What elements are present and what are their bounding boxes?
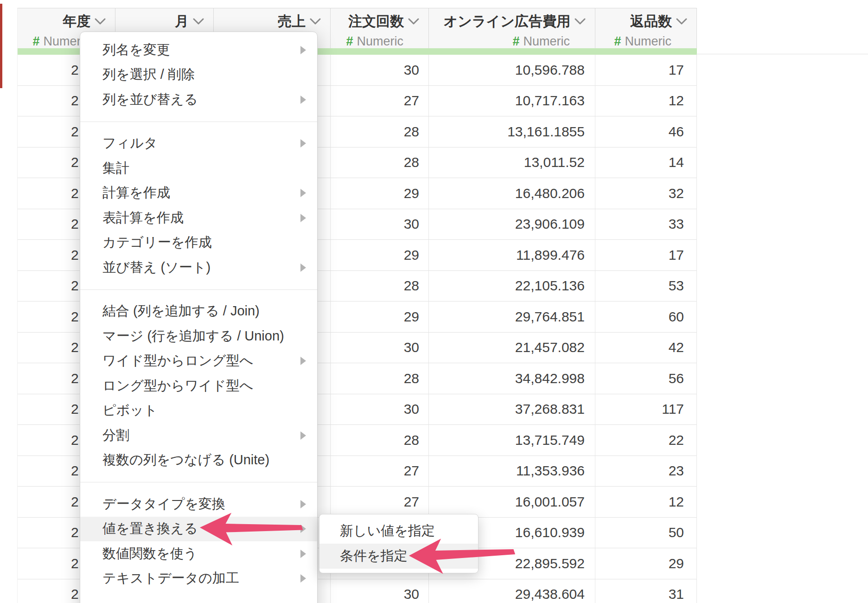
table-cell[interactable]: 30 <box>331 394 429 425</box>
table-cell[interactable]: 27 <box>331 456 429 487</box>
menu-item[interactable]: ロング型からワイド型へ <box>80 373 317 398</box>
table-cell[interactable]: 13,161.1855 <box>429 116 595 148</box>
table-cell[interactable]: 17 <box>595 240 697 271</box>
menu-item[interactable]: 列を並び替える <box>80 87 317 112</box>
table-cell[interactable]: 56 <box>595 363 697 394</box>
menu-item[interactable]: 分割 <box>80 423 317 448</box>
menu-item[interactable]: 表計算を作成 <box>80 205 317 231</box>
menu-item[interactable]: ピボット <box>80 398 317 423</box>
menu-item[interactable]: 列を選択 / 削除 <box>80 63 317 88</box>
table-cell[interactable]: 16,480.206 <box>429 178 595 209</box>
column-header[interactable]: 返品数 <box>595 8 697 34</box>
menu-item[interactable]: ワイド型からロング型へ <box>80 349 317 374</box>
column-header-label: オンライン広告費用 <box>443 12 570 31</box>
table-cell[interactable]: 28 <box>331 425 429 456</box>
chevron-down-icon[interactable] <box>310 18 321 25</box>
chevron-down-icon[interactable] <box>574 18 586 25</box>
column-header[interactable]: オンライン広告費用 <box>429 8 595 34</box>
column-header-label: 返品数 <box>630 12 672 31</box>
menu-item-label: 列名を変更 <box>102 41 300 59</box>
menu-item[interactable]: 並び替え (ソート) <box>80 255 317 280</box>
menu-item[interactable]: 計算を作成 <box>80 181 317 206</box>
table-cell[interactable]: 11,353.936 <box>429 456 595 487</box>
menu-item[interactable]: マージ (行を追加する / Union) <box>80 324 317 349</box>
table-cell[interactable]: 46 <box>595 116 697 148</box>
menu-item[interactable]: 列名を変更 <box>80 38 317 63</box>
table-cell[interactable]: 27 <box>331 487 429 518</box>
table-cell[interactable]: 22 <box>595 425 697 456</box>
column-type-label: Numeric <box>523 34 570 48</box>
menu-item-label: 並び替え (ソート) <box>102 258 300 277</box>
chevron-down-icon[interactable] <box>193 18 204 25</box>
table-cell[interactable]: 32 <box>595 178 697 209</box>
table-cell[interactable]: 16,001.057 <box>429 487 595 518</box>
table-cell[interactable]: 30 <box>331 55 429 86</box>
table-cell[interactable]: 10,596.788 <box>429 55 595 86</box>
menu-item[interactable]: 複数の列をつなげる (Unite) <box>80 448 317 473</box>
column-header-label: 売上 <box>278 12 306 31</box>
menu-item-label: 分割 <box>102 426 300 445</box>
table-cell[interactable]: 22,105.136 <box>429 271 595 302</box>
table-cell[interactable]: 29 <box>595 548 697 579</box>
submenu-arrow-icon <box>300 574 306 583</box>
table-cell[interactable]: 34,842.998 <box>429 363 595 394</box>
table-cell[interactable]: 28 <box>331 116 429 148</box>
submenu-arrow-icon <box>300 139 306 148</box>
table-cell[interactable]: 17 <box>595 55 697 86</box>
menu-item-label: フィルタ <box>102 134 300 153</box>
table-cell[interactable]: 14 <box>595 148 697 179</box>
table-cell[interactable]: 42 <box>595 333 697 364</box>
submenu-arrow-icon <box>300 263 306 272</box>
menu-item[interactable]: テキストデータの加工 <box>80 566 317 591</box>
table-cell[interactable]: 13,011.52 <box>429 148 595 179</box>
column-header-label: 月 <box>175 12 189 31</box>
table-cell[interactable]: 29 <box>331 240 429 271</box>
table-cell[interactable]: 30 <box>331 209 429 240</box>
menu-item[interactable]: フィルタ <box>80 131 317 156</box>
menu-item-label: テキストデータの加工 <box>102 569 300 588</box>
table-cell[interactable]: 28 <box>331 363 429 394</box>
column-header[interactable]: 売上 <box>214 8 331 34</box>
submenu-arrow-icon <box>300 550 306 558</box>
table-cell[interactable]: 33 <box>595 209 697 240</box>
table-cell[interactable]: 28 <box>331 271 429 302</box>
column-header[interactable]: 月 <box>115 8 214 34</box>
table-cell[interactable]: 37,268.831 <box>429 394 595 425</box>
table-cell[interactable]: 29 <box>331 302 429 333</box>
menu-item[interactable]: 集計 <box>80 156 317 181</box>
chevron-down-icon[interactable] <box>676 18 687 25</box>
chevron-down-icon[interactable] <box>408 18 419 25</box>
table-cell[interactable]: 31 <box>595 579 697 603</box>
table-cell[interactable]: 23,906.109 <box>429 209 595 240</box>
column-type-cell: # Numeric <box>595 34 697 48</box>
menu-item-label: 複数の列をつなげる (Unite) <box>102 451 300 469</box>
menu-separator <box>80 289 317 290</box>
menu-item[interactable]: カテゴリーを作成 <box>80 231 317 256</box>
table-cell[interactable]: 28 <box>331 148 429 179</box>
table-cell[interactable]: 29,764.851 <box>429 302 595 333</box>
chevron-down-icon[interactable] <box>95 18 106 25</box>
submenu-arrow-icon <box>300 357 306 365</box>
table-cell[interactable]: 53 <box>595 271 697 302</box>
app-stage: 年度 月 売上 注文回数 オンライン広告費用 返品数 # Numeric # N… <box>0 0 868 603</box>
table-cell[interactable]: 27 <box>331 86 429 117</box>
table-cell[interactable]: 10,717.163 <box>429 86 595 117</box>
menu-item[interactable]: 結合 (列を追加する / Join) <box>80 299 317 324</box>
column-header[interactable]: 年度 <box>18 8 115 34</box>
column-header[interactable]: 注文回数 <box>331 8 429 34</box>
table-cell[interactable]: 12 <box>595 86 697 117</box>
table-cell[interactable]: 23 <box>595 456 697 487</box>
menu-item-label: 表計算を作成 <box>102 209 300 227</box>
table-cell[interactable]: 30 <box>331 333 429 364</box>
table-cell[interactable]: 29,438.604 <box>429 579 595 603</box>
table-cell[interactable]: 60 <box>595 302 697 333</box>
table-cell[interactable]: 11,899.476 <box>429 240 595 271</box>
table-cell[interactable]: 29 <box>331 178 429 209</box>
table-cell[interactable]: 13,715.749 <box>429 425 595 456</box>
table-cell[interactable]: 117 <box>595 394 697 425</box>
table-cell[interactable]: 50 <box>595 518 697 549</box>
table-cell[interactable]: 30 <box>331 579 429 603</box>
table-cell[interactable]: 21,457.082 <box>429 333 595 364</box>
menu-item-label: ワイド型からロング型へ <box>102 352 300 370</box>
table-cell[interactable]: 12 <box>595 487 697 518</box>
